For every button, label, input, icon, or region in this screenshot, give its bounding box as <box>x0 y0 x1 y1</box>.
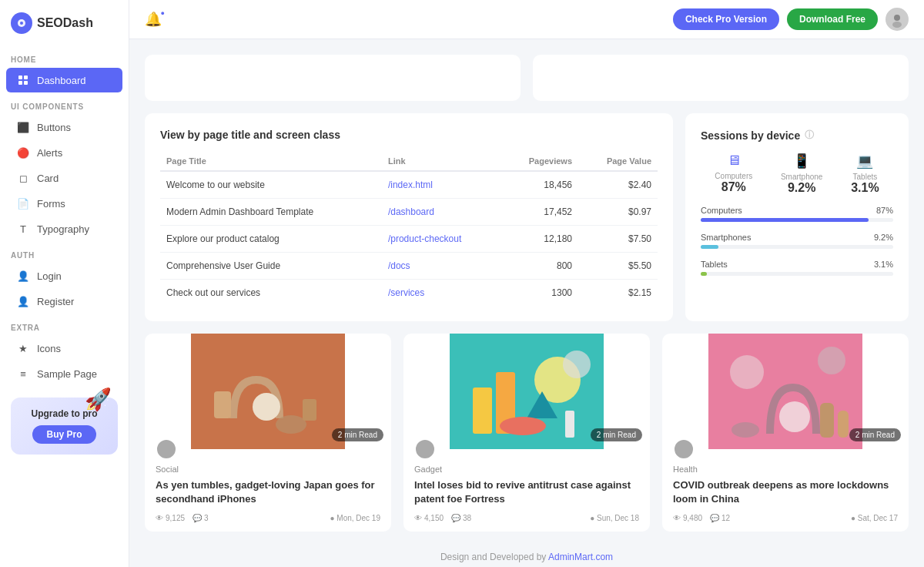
svg-rect-21 <box>565 411 574 438</box>
device-bar-fill <box>701 245 718 249</box>
sidebar-item-forms[interactable]: 📄 Forms <box>6 191 122 216</box>
sidebar-item-typography[interactable]: T Typography <box>6 216 122 241</box>
blog-image: 2 min Read <box>403 334 650 449</box>
blog-body: Social As yen tumbles, gadget-loving Jap… <box>145 449 391 532</box>
sidebar-section-auth: AUTH 👤 Login 👤 Register <box>0 242 129 314</box>
cell-title: Welcome to our website <box>160 171 382 199</box>
svg-point-10 <box>276 415 306 434</box>
cell-value: $5.50 <box>578 253 658 280</box>
read-badge: 2 min Read <box>332 428 383 441</box>
eye-icon: 👁 <box>156 514 163 522</box>
placeholder-card-left <box>145 55 521 101</box>
views-count: 👁9,125 <box>156 514 185 522</box>
device-tablets: 💻 Tablets 3.1% <box>851 153 879 195</box>
sidebar-item-card[interactable]: ◻ Card <box>6 166 122 190</box>
sidebar-item-sample-page[interactable]: ≡ Sample Page <box>6 361 122 386</box>
blog-date: ● Mon, Dec 19 <box>330 514 380 522</box>
dashboard-icon <box>17 74 29 86</box>
header-left: 🔔● <box>145 11 162 28</box>
bell-icon[interactable]: 🔔● <box>145 11 162 28</box>
blog-date: ● Sat, Dec 17 <box>851 514 898 522</box>
cell-title: Explore our product catalog <box>160 226 382 253</box>
sidebar-item-login[interactable]: 👤 Login <box>6 263 122 288</box>
logo: SEODash <box>0 0 129 46</box>
sidebar-item-register-label: Register <box>37 296 74 307</box>
eye-icon: 👁 <box>673 514 681 522</box>
blog-body: Health COVID outbreak deepens as more lo… <box>662 449 909 532</box>
sidebar-item-register[interactable]: 👤 Register <box>6 289 122 314</box>
logo-text: SEODash <box>37 16 93 30</box>
device-bar-track <box>701 218 893 222</box>
download-free-button[interactable]: Download Free <box>787 8 878 30</box>
table-row: Modern Admin Dashboard Template /dashboa… <box>160 199 658 226</box>
sidebar-item-icons[interactable]: ★ Icons <box>6 336 122 361</box>
cell-value: $2.40 <box>578 171 658 199</box>
device-tablets-pct: 3.1% <box>851 181 879 195</box>
blog-card: 2 min Read Health COVID outbreak deepens… <box>662 334 909 532</box>
device-smartphone-pct: 9.2% <box>781 181 822 195</box>
author-avatar <box>156 438 177 460</box>
table-row: Explore our product catalog /product-che… <box>160 226 658 253</box>
icons-icon: ★ <box>17 342 29 354</box>
forms-icon: 📄 <box>17 197 29 210</box>
device-smartphone-name: Smartphone <box>781 173 822 181</box>
blog-meta: 👁9,480 💬12 ● Sat, Dec 17 <box>673 514 898 522</box>
buy-pro-button[interactable]: Buy Pro <box>32 425 95 444</box>
header-right: Check Pro Version Download Free <box>673 8 909 31</box>
user-avatar[interactable] <box>886 8 909 31</box>
views-count: 👁9,480 <box>673 514 702 522</box>
comments-count: 💬12 <box>710 514 730 522</box>
sidebar-item-login-label: Login <box>37 270 62 282</box>
svg-rect-26 <box>820 403 834 438</box>
sidebar-item-alerts[interactable]: 🔴 Alerts <box>6 140 122 165</box>
blog-title[interactable]: As yen tumbles, gadget-loving Japan goes… <box>156 478 380 506</box>
placeholder-card-right <box>533 55 909 101</box>
svg-point-24 <box>818 347 845 374</box>
svg-rect-2 <box>18 75 22 79</box>
blog-image: 2 min Read <box>662 334 909 449</box>
svg-rect-5 <box>24 81 28 85</box>
cell-value: $2.15 <box>578 280 658 307</box>
comment-icon: 💬 <box>192 514 202 522</box>
svg-rect-27 <box>838 411 849 438</box>
device-bar-label: Smartphones 9.2% <box>701 233 893 242</box>
sidebar-item-dashboard[interactable]: Dashboard <box>6 68 122 92</box>
table-body: Welcome to our website /index.html 18,45… <box>160 171 658 306</box>
blog-image: 2 min Read <box>145 334 391 449</box>
svg-point-25 <box>779 401 810 432</box>
section-title-extra: EXTRA <box>0 314 129 335</box>
blog-meta: 👁4,150 💬38 ● Sun, Dec 18 <box>414 514 639 522</box>
header: 🔔● Check Pro Version Download Free <box>129 0 924 39</box>
check-pro-button[interactable]: Check Pro Version <box>673 8 779 30</box>
cell-title: Comprehensive User Guide <box>160 253 382 280</box>
card-icon: ◻ <box>17 172 29 184</box>
device-computers-pct: 87% <box>715 180 752 194</box>
footer-link[interactable]: AdminMart.com <box>548 552 613 562</box>
upgrade-emoji: 🚀 <box>85 387 112 412</box>
data-table: Page Title Link Pageviews Page Value Wel… <box>160 152 658 306</box>
cell-pageviews: 17,452 <box>501 199 578 226</box>
footer-text: Design and Developed by <box>440 552 548 562</box>
sidebar-item-sample-page-label: Sample Page <box>37 368 97 380</box>
svg-point-1 <box>20 22 23 25</box>
author-avatar <box>414 438 436 460</box>
comment-icon: 💬 <box>710 514 719 522</box>
svg-point-28 <box>732 422 759 438</box>
eye-icon: 👁 <box>414 514 422 522</box>
col-page-title: Page Title <box>160 152 382 171</box>
table-row: Welcome to our website /index.html 18,45… <box>160 171 658 199</box>
sidebar-item-buttons-label: Buttons <box>37 122 71 133</box>
blog-title[interactable]: Intel loses bid to revive antitrust case… <box>414 478 639 506</box>
blog-date: ● Sun, Dec 18 <box>590 514 639 522</box>
device-bar-track <box>701 272 893 276</box>
cell-pageviews: 1300 <box>501 280 578 307</box>
blog-category: Gadget <box>414 465 639 474</box>
sidebar-item-buttons[interactable]: ⬛ Buttons <box>6 115 122 139</box>
svg-point-7 <box>892 22 902 28</box>
svg-point-6 <box>894 15 900 21</box>
blog-card: 2 min Read Social As yen tumbles, gadget… <box>145 334 391 532</box>
device-bar-row: Smartphones 9.2% <box>701 233 893 249</box>
device-bar-label: Computers 87% <box>701 206 893 215</box>
blog-title[interactable]: COVID outbreak deepens as more lockdowns… <box>673 478 898 506</box>
login-icon: 👤 <box>17 270 29 282</box>
